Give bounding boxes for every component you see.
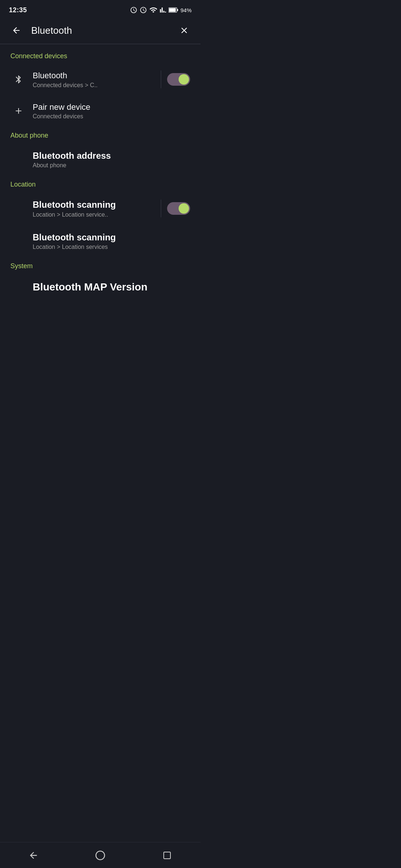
svg-rect-2 xyxy=(169,8,176,12)
scanning-divider xyxy=(161,200,161,217)
status-bar: 12:35 94% xyxy=(0,0,200,19)
svg-rect-1 xyxy=(177,9,178,11)
bluetooth-address-text: Bluetooth address About phone xyxy=(33,150,190,169)
section-system: System xyxy=(0,257,200,274)
bluetooth-item[interactable]: Bluetooth Connected devices > C.. xyxy=(0,64,200,95)
top-divider xyxy=(0,44,200,44)
pair-new-device-subtitle: Connected devices xyxy=(33,113,190,120)
bluetooth-address-title: Bluetooth address xyxy=(33,150,190,161)
section-connected-devices: Connected devices xyxy=(0,47,200,64)
bluetooth-scanning-2-item[interactable]: Bluetooth scanning Location > Location s… xyxy=(0,225,200,257)
bluetooth-address-item[interactable]: Bluetooth address About phone xyxy=(0,143,200,175)
bluetooth-divider xyxy=(161,70,161,88)
bluetooth-icon xyxy=(10,71,27,88)
plus-icon xyxy=(10,103,27,119)
top-bar: Bluetooth xyxy=(0,19,200,42)
battery-percent: 94% xyxy=(180,7,192,13)
bluetooth-scanning-2-subtitle: Location > Location services xyxy=(33,244,190,250)
bluetooth-map-text: Bluetooth MAP Version xyxy=(33,280,190,294)
alarm-icon xyxy=(130,6,137,14)
bluetooth-scanning-2-title: Bluetooth scanning xyxy=(33,231,190,243)
bluetooth-scanning-1-title: Bluetooth scanning xyxy=(33,199,161,210)
section-location: Location xyxy=(0,175,200,192)
bluetooth-item-text: Bluetooth Connected devices > C.. xyxy=(33,70,161,89)
bluetooth-address-subtitle: About phone xyxy=(33,162,190,169)
bluetooth-scanning-1-item[interactable]: Bluetooth scanning Location > Location s… xyxy=(0,192,200,224)
bluetooth-scanning-1-text: Bluetooth scanning Location > Location s… xyxy=(33,199,161,218)
pair-new-device-item[interactable]: Pair new device Connected devices xyxy=(0,95,200,127)
bluetooth-toggle[interactable] xyxy=(167,73,190,86)
close-button[interactable] xyxy=(177,23,192,38)
bluetooth-item-title: Bluetooth xyxy=(33,70,161,81)
bluetooth-scanning-2-text: Bluetooth scanning Location > Location s… xyxy=(33,231,190,250)
bluetooth-scanning-1-subtitle: Location > Location service.. xyxy=(33,211,161,218)
page-title: Bluetooth xyxy=(31,25,177,36)
section-about-phone: About phone xyxy=(0,126,200,143)
battery-icon xyxy=(169,7,178,13)
status-time: 12:35 xyxy=(9,6,27,14)
status-icons: 94% xyxy=(130,6,192,14)
bluetooth-map-title: Bluetooth MAP Version xyxy=(33,280,190,294)
wifi-icon xyxy=(149,6,157,14)
pair-new-device-title: Pair new device xyxy=(33,102,190,113)
back-button[interactable] xyxy=(9,23,24,38)
bluetooth-item-right xyxy=(161,70,190,88)
bluetooth-item-subtitle: Connected devices > C.. xyxy=(33,82,161,89)
bluetooth-scanning-toggle-knob xyxy=(179,203,189,214)
signal-icon xyxy=(160,7,166,13)
bluetooth-toggle-knob xyxy=(179,74,189,85)
pair-new-device-text: Pair new device Connected devices xyxy=(33,102,190,120)
main-content: Connected devices Bluetooth Connected de… xyxy=(0,47,200,322)
bluetooth-scanning-toggle[interactable] xyxy=(167,202,190,215)
bluetooth-scanning-1-right xyxy=(161,200,190,217)
bluetooth-map-item[interactable]: Bluetooth MAP Version xyxy=(0,274,200,296)
alarm2-icon xyxy=(140,6,147,14)
